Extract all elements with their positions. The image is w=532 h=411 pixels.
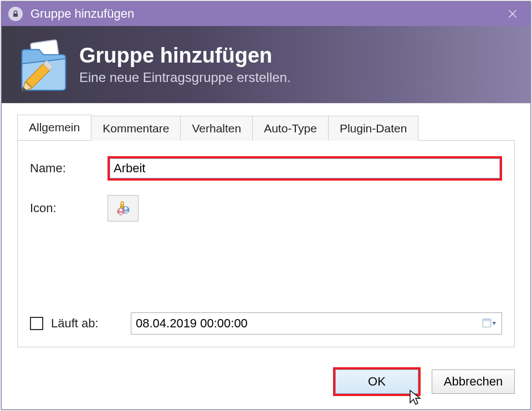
- tab-strip: Allgemein Kommentare Verhalten Auto-Type…: [17, 115, 515, 140]
- close-button[interactable]: [502, 3, 524, 25]
- name-label: Name:: [30, 161, 108, 176]
- dialog-subtitle: Eine neue Eintragsgruppe erstellen.: [79, 70, 291, 85]
- ok-button[interactable]: OK: [335, 369, 418, 394]
- icon-label: Icon:: [30, 201, 108, 215]
- svg-marker-22: [493, 322, 496, 325]
- tab-behavior[interactable]: Verhalten: [180, 116, 253, 141]
- titlebar: Gruppe hinzufügen: [2, 2, 530, 26]
- tab-autotype[interactable]: Auto-Type: [252, 116, 329, 141]
- dialog-header: Gruppe hinzufügen Eine neue Eintragsgrup…: [2, 26, 530, 104]
- window-title: Gruppe hinzufügen: [30, 7, 502, 21]
- svg-rect-16: [483, 319, 491, 321]
- ok-button-highlight: OK: [333, 367, 421, 396]
- svg-point-12: [125, 207, 127, 210]
- tab-comments[interactable]: Kommentare: [91, 116, 181, 141]
- expiry-checkbox[interactable]: [30, 317, 43, 330]
- expiry-label: Läuft ab:: [51, 316, 123, 331]
- icon-picker-button[interactable]: [108, 195, 139, 222]
- svg-rect-0: [13, 13, 18, 17]
- tab-plugindata[interactable]: Plugin-Daten: [328, 116, 418, 141]
- dialog-footer: OK Abbrechen: [2, 357, 530, 409]
- name-input[interactable]: [110, 158, 500, 178]
- name-input-highlight: [108, 156, 502, 181]
- folder-edit-icon: [13, 34, 74, 95]
- lock-icon: [8, 7, 23, 21]
- date-picker-button[interactable]: [477, 313, 502, 334]
- expiry-date-value: 08.04.2019 00:00:00: [131, 316, 477, 331]
- svg-point-14: [120, 209, 122, 212]
- tab-general[interactable]: Allgemein: [17, 115, 91, 140]
- dialog-title: Gruppe hinzufügen: [79, 44, 291, 68]
- dialog-window: Gruppe hinzufügen Gruppe hinzufügen Eine…: [1, 1, 531, 410]
- svg-point-9: [121, 203, 123, 204]
- expiry-date-field[interactable]: 08.04.2019 00:00:00: [131, 312, 502, 335]
- cancel-button[interactable]: Abbrechen: [432, 369, 515, 394]
- tab-panel-general: Name: Icon:: [17, 140, 515, 347]
- dialog-body: Allgemein Kommentare Verhalten Auto-Type…: [2, 104, 530, 357]
